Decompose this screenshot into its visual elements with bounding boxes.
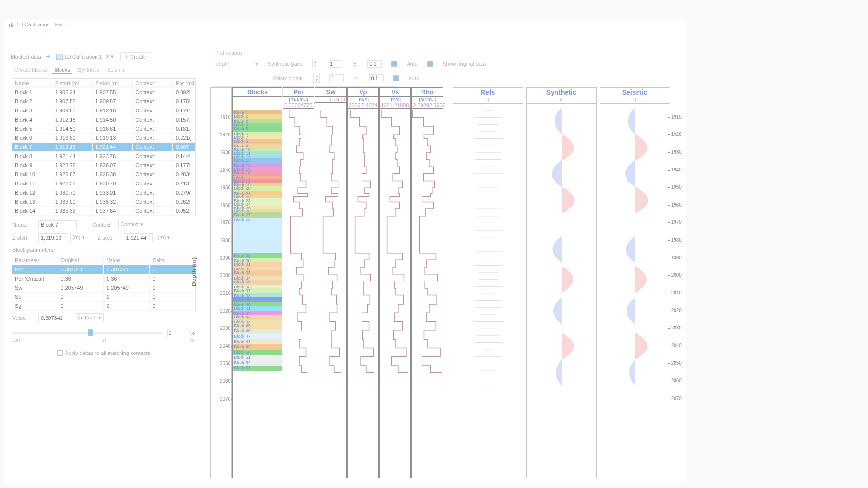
phdr-value[interactable]: Value — [104, 256, 150, 265]
track-blocks[interactable]: Blocks Block 1Block 2Block 3Block 4Block… — [232, 87, 282, 478]
block-label[interactable]: Block 35 — [233, 280, 282, 285]
context-select[interactable]: Context ▾ — [118, 220, 161, 229]
cell: 0 — [150, 274, 196, 283]
block-label[interactable]: Block 5 — [233, 126, 282, 132]
delta-slider[interactable] — [12, 332, 163, 334]
table-row[interactable]: Block 11,905.241,907.55Context0.092! — [12, 88, 195, 97]
table-row[interactable]: Block 131,933.011,935.32Context0.262! — [12, 197, 195, 207]
param-row[interactable]: Por (Critical)0.360.360 — [12, 274, 195, 283]
seis-auto-checkbox[interactable] — [393, 75, 399, 81]
block-label[interactable]: Block 46 — [233, 329, 282, 334]
block-label[interactable]: Block 47 — [233, 334, 282, 339]
table-row[interactable]: Block 41,912.181,914.50Context0.157: — [12, 115, 195, 124]
depth-select[interactable]: Depth▾ — [215, 61, 258, 67]
zstart-input[interactable] — [38, 233, 67, 242]
phdr-orig[interactable]: Original — [58, 256, 104, 265]
block-label[interactable]: Block 41 — [233, 306, 282, 311]
arrow-icon[interactable]: ➔ — [46, 53, 50, 60]
syn-step-input[interactable] — [367, 60, 382, 68]
table-row[interactable]: Block 141,935.321,937.64Context0.052: — [12, 207, 195, 216]
block-label[interactable]: Block 28 — [233, 218, 282, 223]
hdr-zstart[interactable]: Z start (m) — [52, 79, 93, 87]
block-label[interactable]: Block 45 — [233, 323, 282, 329]
block-label[interactable]: Block 51 — [233, 355, 282, 360]
block-label[interactable]: Block 49 — [233, 344, 282, 350]
track-vs[interactable]: Vs[m/s]1281.21908.9 — [379, 87, 411, 478]
table-row[interactable]: Block 121,930.701,933.01Context0.279( — [12, 188, 195, 197]
block-label[interactable]: Block 39 — [233, 297, 282, 302]
table-row[interactable]: Block 31,909.871,912.18Context0.171! — [12, 106, 195, 115]
seis-gain-stepper[interactable]: ▲▼ — [313, 74, 320, 83]
block-params-title: Block parameters — [8, 244, 200, 256]
seis-gain-input[interactable] — [329, 74, 344, 82]
seis-step-input[interactable] — [369, 74, 384, 82]
block-table[interactable]: Name Z start (m) Z stop (m) Context Por … — [12, 78, 196, 216]
table-row[interactable]: Block 61,916.811,919.13Context0.221( — [12, 134, 195, 143]
param-table[interactable]: Parameter Original Value Delta Por0.3073… — [12, 256, 196, 311]
track-por[interactable]: Por[m3/m3]0.00004770.0455808 — [283, 87, 314, 478]
block-label[interactable]: Block 53 — [233, 366, 282, 371]
value-input[interactable] — [38, 314, 72, 322]
param-row[interactable]: Sw0.2057490.2057490 — [12, 283, 195, 293]
table-row[interactable]: Block 21,907.551,909.87Context0.175! — [12, 97, 195, 106]
delta-input[interactable] — [167, 329, 186, 337]
param-row[interactable]: So000 — [12, 293, 195, 302]
track-vp[interactable]: Vp[m/s]2629.54074 — [347, 87, 379, 478]
block-label[interactable]: Block 50 — [233, 350, 282, 355]
hdr-name[interactable]: Name — [12, 79, 52, 87]
syn-gain-input[interactable] — [328, 60, 342, 68]
table-row[interactable]: Block 101,926.071,928.38Context0.283! — [12, 170, 195, 179]
zstop-unit[interactable]: (m) ▾ — [156, 233, 173, 242]
track-rho[interactable]: Rho[g/cm3]2.09292.5956 — [411, 87, 443, 478]
cell: 1,935.32 — [52, 207, 93, 215]
table-row[interactable]: Block 81,921.441,923.76Context0.144! — [12, 152, 195, 161]
zstop-input[interactable] — [124, 233, 153, 242]
track-sw[interactable]: Sw1.0023 — [315, 87, 347, 478]
depth-axis-right: 1910192019301940195019601970198019902000… — [670, 87, 681, 478]
cell: 1,916.81 — [93, 124, 133, 133]
block-label[interactable]: Block 52 — [233, 360, 282, 366]
tab-synthetic[interactable]: Synthetic — [76, 66, 101, 74]
track-refs[interactable]: Refs0 — [453, 87, 523, 478]
tab-seismic[interactable]: Seismic — [105, 66, 128, 74]
track-hdr: Rho — [412, 88, 443, 97]
dataset-dropdown[interactable]: 1D Calibration 1 ✕ ▾ — [53, 52, 117, 61]
tab-create-blocks[interactable]: Create blocks — [12, 66, 48, 74]
block-label[interactable]: Block 43 — [233, 315, 282, 320]
block-label[interactable]: Block 2 — [233, 114, 282, 119]
block-label[interactable]: Block 37 — [233, 288, 282, 293]
block-label[interactable]: Block 13 — [233, 158, 282, 163]
hdr-zstop[interactable]: Z stop (m) — [93, 79, 133, 87]
phdr-param[interactable]: Parameter — [12, 256, 58, 265]
block-label[interactable]: Block 8 — [233, 139, 282, 144]
table-row[interactable]: Block 111,928.381,930.70Context0.213 — [12, 179, 195, 188]
block-label[interactable]: Block 48 — [233, 339, 282, 344]
table-row[interactable]: Block 51,914.501,916.81Context0.181: — [12, 124, 195, 134]
block-label[interactable]: Block 27 — [233, 212, 282, 218]
tab-blocks[interactable]: Blocks — [52, 66, 72, 74]
zstart-unit[interactable]: (m) ▾ — [70, 233, 87, 242]
block-label[interactable]: Block 31 — [233, 262, 282, 267]
block-label[interactable]: Block 16 — [233, 171, 282, 176]
name-input[interactable] — [38, 220, 77, 229]
menu-help[interactable]: Help — [55, 22, 66, 27]
block-label[interactable]: Block 29 — [233, 253, 282, 258]
param-row[interactable]: Por0.3073410.3073410 — [12, 265, 195, 274]
show-orig-checkbox[interactable] — [427, 61, 433, 67]
track-hdr: Vp — [348, 88, 378, 97]
block-label[interactable]: Block 33 — [233, 270, 282, 276]
syn-auto-checkbox[interactable] — [391, 61, 397, 67]
create-button[interactable]: +Create — [120, 52, 151, 61]
table-row[interactable]: Block 71,919.131,921.44Context0.307 — [12, 143, 195, 152]
param-row[interactable]: Sg000 — [12, 302, 195, 311]
track-seismic[interactable]: Seismic0 — [600, 87, 670, 478]
block-label[interactable]: Block 20 — [233, 186, 282, 191]
hdr-context[interactable]: Context — [133, 79, 173, 87]
apply-deltas-checkbox[interactable] — [57, 350, 63, 356]
phdr-delta[interactable]: Delta — [150, 256, 196, 265]
hdr-por[interactable]: Por (m3/m — [173, 79, 195, 87]
syn-gain-stepper[interactable]: ▲▼ — [312, 60, 318, 68]
value-unit[interactable]: (m3/m3) ▾ — [75, 313, 104, 322]
table-row[interactable]: Block 91,923.761,926.07Context0.177! — [12, 161, 195, 170]
track-synthetic[interactable]: Synthetic0 — [526, 87, 597, 478]
